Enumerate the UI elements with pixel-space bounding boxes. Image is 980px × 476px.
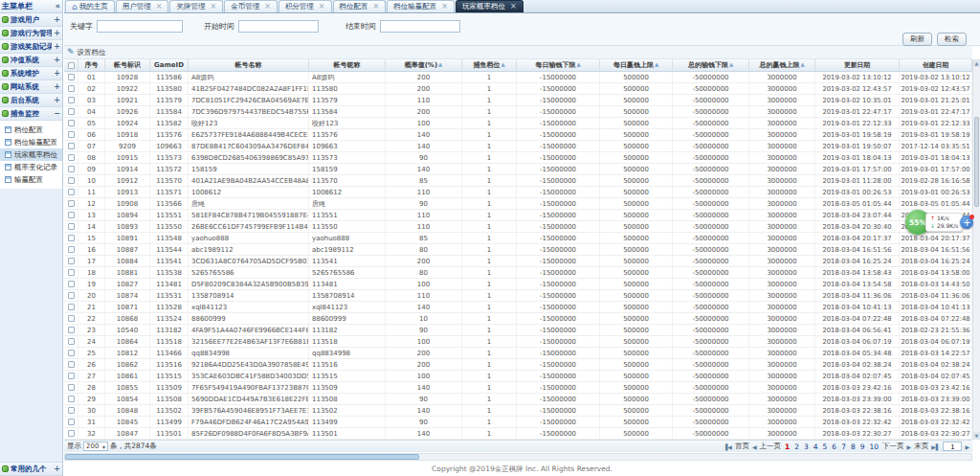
page-number[interactable]: 8 (851, 442, 856, 451)
table-row[interactable]: 3110845113499F79A46DFDB624F46A17C2A954A9… (64, 417, 972, 428)
row-checkbox[interactable] (68, 131, 75, 138)
sidebar-item-website[interactable]: 网站系统 + (0, 80, 62, 94)
table-row[interactable]: 03109211135797DC81051FC29426CBA04569AE7E… (64, 95, 972, 106)
close-icon[interactable]: × (373, 3, 380, 11)
table-row[interactable]: 09109141135721581591581591401-1500000050… (64, 164, 972, 175)
column-probability[interactable]: 概率值(%)▲ (386, 59, 462, 71)
row-checkbox[interactable] (68, 396, 75, 402)
row-checkbox[interactable] (68, 338, 75, 345)
table-row[interactable]: 08109151135736398D8CD2685406398869C85A97… (64, 152, 972, 164)
column-daily-loss-limit[interactable]: 每日输钱下限▲ (517, 59, 600, 71)
submenu-item-tier-winloss-config[interactable]: 档位输赢配置 (0, 136, 62, 148)
table-row[interactable]: 23105401131824FA9F51A4A0746FE9966BCE144F… (64, 325, 972, 336)
row-checkbox[interactable] (68, 189, 75, 195)
close-icon[interactable]: × (510, 3, 517, 11)
table-row[interactable]: 1610887113544abc1989112abc1989112801-150… (64, 244, 972, 256)
select-all-checkbox[interactable] (68, 62, 75, 69)
table-row[interactable]: 0110928113586A8源码A8源码2001-15000000500000… (64, 72, 972, 83)
first-page-button[interactable]: 首页 (735, 442, 749, 451)
page-number[interactable]: 7 (841, 442, 846, 451)
table-row[interactable]: 17108841135413CD631A8C0764705AD5DCF95B01… (64, 256, 972, 267)
close-icon[interactable]: × (441, 3, 448, 11)
page-size-select[interactable]: 200 ▾ (83, 442, 108, 451)
sidebar-item-backend[interactable]: 后台系统 + (0, 94, 62, 107)
submenu-item-tier-config[interactable]: 档位配置 (0, 124, 62, 136)
page-number[interactable]: 2 (794, 442, 799, 451)
table-row[interactable]: 04109261135847DC396D979754437BEDC54B755F… (64, 106, 972, 118)
table-row[interactable]: 22108681135248860099988600999101-1500000… (64, 313, 972, 325)
row-checkbox[interactable] (68, 177, 75, 184)
table-row[interactable]: 0510924113582咬好123咬好1231001-150000005000… (64, 118, 972, 129)
table-row[interactable]: 181088111353852657655865265765586801-150… (64, 267, 972, 279)
tab-coin-management[interactable]: 金币管理 × (224, 0, 278, 12)
table-row[interactable]: 1210908113566唐绳唐绳901-15000000500000-5000… (64, 198, 972, 210)
table-row[interactable]: 07920910966387DE8B417C604309AA3476DEF84B… (64, 141, 972, 152)
sidebar-item-recharge[interactable]: 冲值系统 + (0, 54, 62, 67)
vertical-scrollbar[interactable]: ▲ ▼ (972, 59, 980, 440)
sidebar-item-game-rewards[interactable]: 游戏奖励记录 + (0, 40, 62, 54)
page-number[interactable]: 9 (860, 442, 865, 451)
row-checkbox[interactable] (68, 143, 75, 149)
close-icon[interactable]: × (210, 3, 216, 11)
tab-medal-management[interactable]: 奖牌管理 × (169, 0, 223, 12)
row-checkbox[interactable] (68, 85, 75, 92)
table-row[interactable]: 021092211358041B25F0427484DC082A2A8F1FF1… (64, 83, 972, 95)
sidebar-item-fishing-monitor[interactable]: 捕鱼监控 − (0, 107, 62, 121)
close-icon[interactable]: × (156, 3, 163, 11)
scroll-up-icon[interactable]: ▲ (973, 59, 980, 67)
row-checkbox[interactable] (68, 269, 75, 276)
sidebar-item-game-users[interactable]: 游戏用户 + (0, 13, 62, 27)
table-row[interactable]: 2110871113528xql841123xql8411231401-1500… (64, 302, 972, 313)
search-button[interactable]: 检索 (937, 33, 967, 46)
column-total-win-limit[interactable]: 总的赢钱上限▲ (749, 59, 815, 71)
scroll-down-icon[interactable]: ▼ (973, 432, 980, 440)
goto-page-input[interactable] (943, 442, 962, 451)
row-checkbox[interactable] (68, 430, 75, 437)
table-row[interactable]: 1010912113570401A21AE9BA04B2AA54CCEB48A8… (64, 175, 972, 187)
last-page-button[interactable]: 末页 (914, 442, 928, 451)
sidebar-item-maintenance[interactable]: 系统维护 + (0, 67, 62, 80)
row-checkbox[interactable] (68, 419, 75, 425)
table-row[interactable]: 2510812113466qq8834998qq88349982001-1500… (64, 348, 972, 359)
row-checkbox[interactable] (68, 407, 75, 414)
table-row[interactable]: 2710861113515353CAE603DBC41F588D34003DD5… (64, 371, 972, 382)
submenu-item-winloss-config[interactable]: 输赢配置 (0, 173, 62, 186)
row-checkbox[interactable] (68, 120, 75, 126)
row-checkbox[interactable] (68, 292, 75, 299)
table-row[interactable]: 1910827113481D5F80209C8384A32A5B900B5B39… (64, 279, 972, 290)
row-checkbox[interactable] (68, 108, 75, 115)
refresh-button[interactable]: 刷新 (902, 33, 932, 46)
next-page-button[interactable]: 下一页 (882, 442, 904, 451)
start-time-input[interactable] (238, 20, 319, 33)
tab-player-probability-tier[interactable]: 玩家概率档位 × (456, 0, 523, 12)
table-row[interactable]: 2010874113531135870891413587089141101-15… (64, 290, 972, 302)
tab-home[interactable]: ⌂ 我的主页 (65, 0, 115, 12)
row-checkbox[interactable] (68, 235, 75, 241)
row-checkbox[interactable] (68, 212, 75, 218)
page-number[interactable]: 10 (869, 442, 879, 451)
keyword-input[interactable] (97, 20, 183, 33)
row-checkbox[interactable] (68, 304, 75, 310)
table-row[interactable]: 141089311355026BE6CC61DF745799EFB9F114B4… (64, 221, 972, 233)
submenu-item-player-probability-tier[interactable]: 玩家概率档位 (0, 148, 62, 161)
horizontal-scroll-thumb[interactable] (65, 454, 419, 460)
sidebar-collapse-icon[interactable]: « (56, 2, 60, 11)
column-daily-win-limit[interactable]: 每日赢钱上限▲ (600, 59, 673, 71)
row-checkbox[interactable] (68, 350, 75, 356)
tab-tier-winloss-config[interactable]: 档位输赢配置 × (387, 0, 455, 12)
page-number[interactable]: 4 (813, 442, 818, 451)
close-icon[interactable]: × (319, 3, 325, 11)
table-row[interactable]: 28108551135097F65F549419A490FBAF13723B87… (64, 382, 972, 394)
sidebar-item-common-shortcuts[interactable]: 常用的几个 + (0, 462, 62, 476)
table-row[interactable]: 1510891113548yaohuo888yaohuo888851-15000… (64, 233, 972, 244)
table-row[interactable]: 241086411351832156EE77E2E4B63AF13F7E6B81… (64, 336, 972, 348)
prev-page-button[interactable]: 上一页 (760, 442, 782, 451)
row-checkbox[interactable] (68, 258, 75, 264)
tab-points-management[interactable]: 积分管理 × (278, 0, 332, 12)
set-tier-button[interactable]: 设置档位 (78, 48, 106, 57)
row-checkbox[interactable] (68, 74, 75, 80)
table-row[interactable]: 1310894113551581EF84C878B4719B045591887E… (64, 210, 972, 221)
tab-tier-config[interactable]: 档位配置 × (333, 0, 387, 12)
tab-user-management[interactable]: 用户管理 × (116, 0, 169, 12)
vertical-scroll-thumb[interactable] (974, 117, 979, 207)
